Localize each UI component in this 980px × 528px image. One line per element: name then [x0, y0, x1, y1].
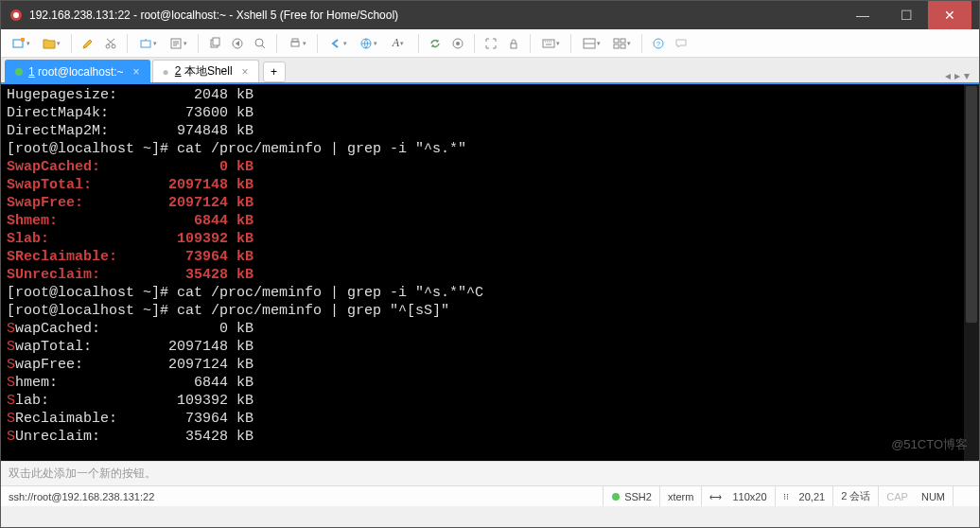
watermark: @51CTO博客 — [891, 435, 968, 453]
status-ssh: SSH2 — [603, 486, 659, 506]
separator — [317, 34, 318, 53]
globe-icon[interactable]: ▾ — [354, 33, 382, 54]
app-icon — [9, 8, 24, 23]
svg-rect-23 — [621, 44, 625, 48]
highlight-icon[interactable] — [78, 33, 98, 54]
status-caps: CAPNUM — [878, 486, 953, 506]
window-buttons: — ☐ ✕ — [841, 1, 971, 29]
find-icon[interactable] — [250, 33, 271, 54]
separator — [198, 34, 199, 53]
svg-point-26 — [612, 493, 620, 501]
reconnect-icon[interactable]: ▾ — [133, 33, 162, 54]
help-icon[interactable]: ? — [648, 33, 669, 54]
tab-label: 1 root@localhost:~ — [28, 65, 124, 79]
tab-label: 2 本地Shell — [175, 63, 233, 79]
back-icon[interactable]: ▾ — [324, 33, 352, 54]
layout-horizontal-icon[interactable]: ▾ — [577, 33, 605, 54]
svg-point-4 — [106, 44, 110, 48]
svg-point-5 — [112, 44, 115, 48]
svg-rect-18 — [543, 40, 554, 47]
main-toolbar: ▾ ▾ ▾ ▾ ▾ ▾ ▾ A▾ ▾ ▾ ▾ ? — [1, 29, 979, 58]
terminal-output[interactable]: Hugepagesize: 2048 kB DirectMap4k: 73600… — [1, 84, 979, 461]
svg-point-16 — [456, 42, 460, 45]
tab-menu-icon[interactable]: ▾ — [964, 69, 970, 82]
svg-rect-9 — [213, 38, 219, 45]
keyboard-icon[interactable]: ▾ — [536, 33, 565, 54]
window-title: 192.168.238.131:22 - root@localhost:~ - … — [29, 9, 841, 22]
separator — [530, 34, 531, 53]
chat-icon[interactable] — [671, 33, 691, 54]
tab-local-shell[interactable]: ● 2 本地Shell × — [152, 60, 259, 82]
title-bar: 192.168.238.131:22 - root@localhost:~ - … — [1, 1, 979, 29]
tab-prev-icon[interactable]: ◂ — [945, 69, 951, 82]
separator — [570, 34, 571, 53]
svg-rect-20 — [614, 39, 619, 43]
maximize-button[interactable]: ☐ — [884, 1, 928, 29]
status-term: xterm — [659, 486, 702, 506]
svg-rect-13 — [292, 39, 298, 42]
separator — [474, 34, 475, 53]
status-bar: ssh://root@192.168.238.131:22 SSH2 xterm… — [1, 485, 979, 506]
tab-nav: ◂ ▸ ▾ — [945, 69, 975, 82]
separator — [276, 34, 277, 53]
svg-rect-3 — [21, 38, 25, 42]
separator — [641, 34, 642, 53]
separator — [127, 34, 128, 53]
status-resize-grip — [953, 486, 971, 506]
minimize-button[interactable]: — — [841, 1, 884, 29]
fullscreen-icon[interactable] — [481, 33, 501, 54]
scrollbar-thumb[interactable] — [966, 86, 977, 323]
close-button[interactable]: ✕ — [928, 1, 971, 29]
svg-rect-6 — [141, 41, 150, 47]
refresh-icon[interactable] — [425, 33, 446, 54]
properties-icon[interactable]: ▾ — [164, 33, 192, 54]
status-dot-icon — [15, 68, 23, 76]
status-connection: ssh://root@192.168.238.131:22 — [9, 491, 154, 502]
lock-icon[interactable] — [503, 33, 524, 54]
svg-rect-21 — [621, 39, 625, 43]
svg-rect-22 — [614, 44, 619, 48]
scrollbar[interactable] — [964, 84, 979, 461]
svg-point-11 — [255, 39, 263, 46]
quick-bar[interactable]: 双击此处添加一个新的按钮。 — [1, 461, 979, 485]
svg-point-1 — [13, 12, 19, 18]
paste-icon[interactable] — [227, 33, 248, 54]
print-icon[interactable]: ▾ — [283, 33, 311, 54]
tab-next-icon[interactable]: ▸ — [954, 69, 960, 82]
new-session-button[interactable]: ▾ — [7, 33, 35, 54]
separator — [71, 34, 72, 53]
tab-add-button[interactable]: + — [263, 62, 286, 82]
status-dot-icon: ● — [163, 65, 169, 79]
scissors-icon[interactable] — [100, 33, 121, 54]
status-size: ⟷ 110x20 — [701, 486, 774, 506]
tab-close-icon[interactable]: × — [242, 65, 249, 79]
target-icon[interactable] — [447, 33, 468, 54]
open-button[interactable]: ▾ — [37, 33, 65, 54]
layout-grid-icon[interactable]: ▾ — [607, 33, 636, 54]
tab-active-session[interactable]: 1 root@localhost:~ × — [5, 60, 150, 82]
separator — [418, 34, 419, 53]
status-pos: ⁝⁝ 20,21 — [775, 486, 833, 506]
status-sessions: 2 会话 — [832, 486, 878, 506]
copy-icon[interactable] — [204, 33, 225, 54]
svg-rect-12 — [291, 42, 299, 46]
svg-rect-17 — [511, 44, 516, 48]
svg-text:?: ? — [656, 40, 661, 48]
tab-close-icon[interactable]: × — [133, 65, 140, 79]
tab-bar: 1 root@localhost:~ × ● 2 本地Shell × + ◂ ▸… — [1, 58, 979, 84]
font-icon[interactable]: A▾ — [384, 33, 412, 54]
